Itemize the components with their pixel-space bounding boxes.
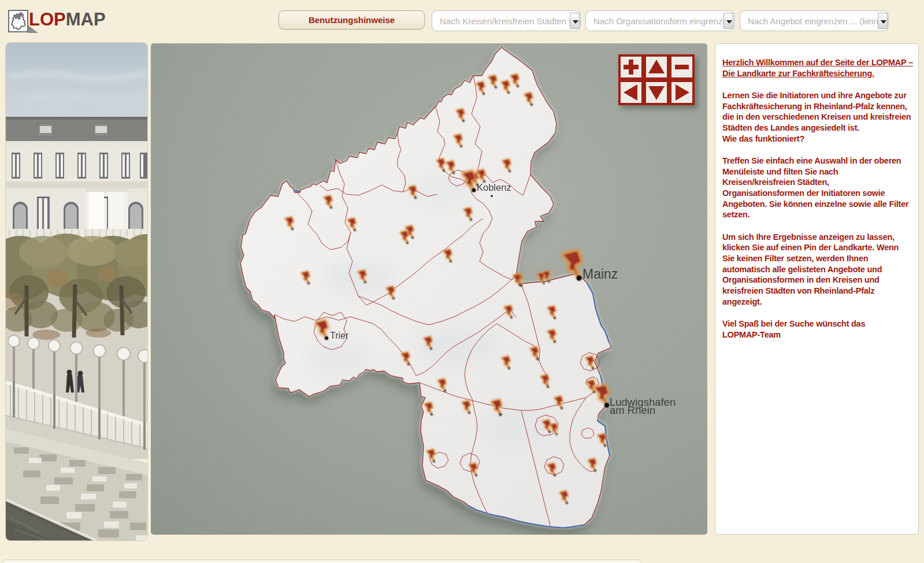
svg-text:Koblenz: Koblenz bbox=[477, 182, 511, 192]
svg-text:am Rhein: am Rhein bbox=[610, 404, 655, 416]
svg-text:Trier: Trier bbox=[330, 331, 349, 340]
svg-text:Mainz: Mainz bbox=[582, 266, 618, 282]
